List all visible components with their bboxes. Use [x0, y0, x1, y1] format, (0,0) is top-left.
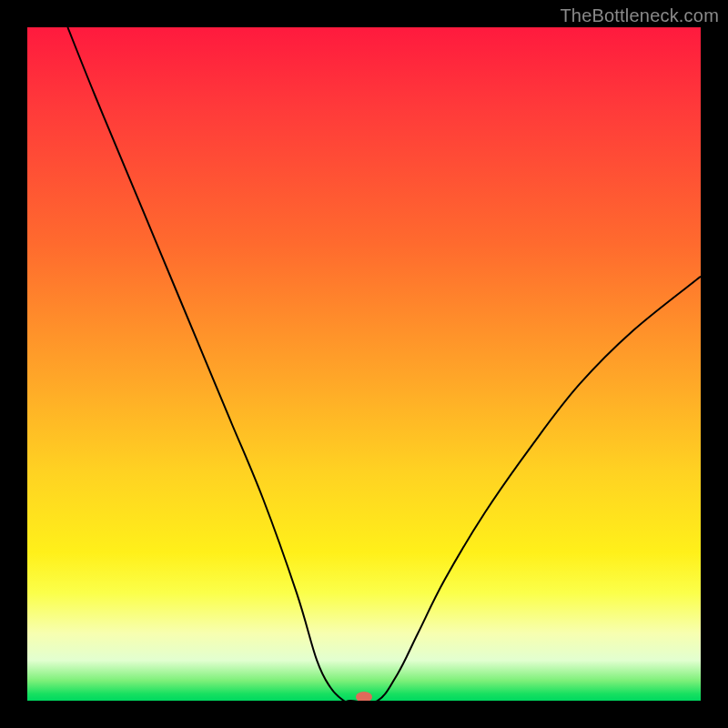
- bottleneck-curve: [67, 27, 701, 701]
- plot-area: [27, 27, 701, 701]
- optimal-point-marker: [356, 692, 372, 701]
- chart-frame: TheBottleneck.com: [0, 0, 728, 728]
- bottleneck-curve-svg: [27, 27, 701, 701]
- watermark-text: TheBottleneck.com: [560, 5, 719, 26]
